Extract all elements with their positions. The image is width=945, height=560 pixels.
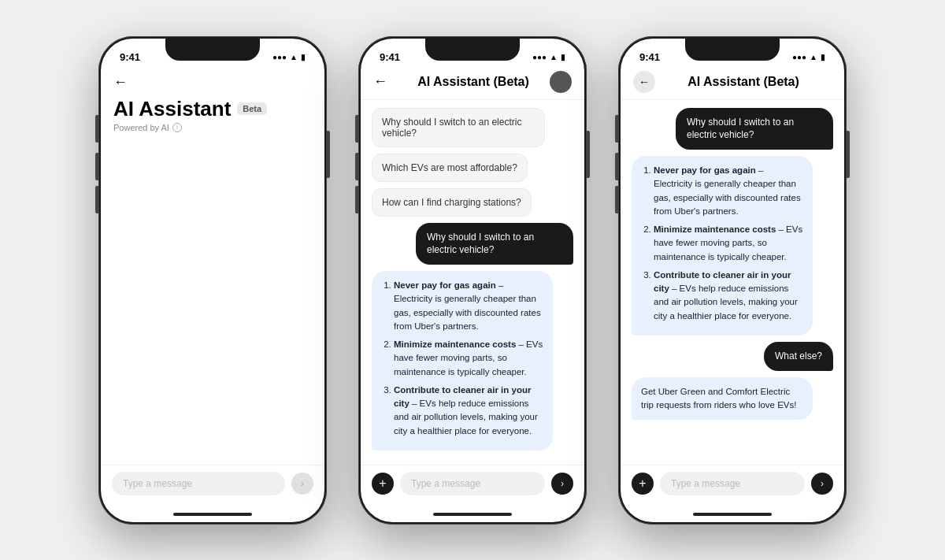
battery-icon-3: ▮ xyxy=(821,53,825,61)
phone-1-screen: 9:41 ●●● ▲ ▮ ← AI Assistant Beta Powered… xyxy=(101,39,324,522)
chat-area-3[interactable]: Why should I switch to an electric vehic… xyxy=(621,100,844,465)
status-icons-2: ●●● ▲ ▮ xyxy=(532,53,565,61)
status-icons-1: ●●● ▲ ▮ xyxy=(272,53,306,61)
phone-2-screen: 9:41 ●●● ▲ ▮ ← AI Assistant (Beta) Why s… xyxy=(361,39,584,522)
back-button-3[interactable]: ← xyxy=(633,71,655,93)
status-bar-2: 9:41 ●●● ▲ ▮ xyxy=(361,42,584,66)
back-button-2[interactable]: ← xyxy=(373,73,387,90)
chat-bottom-1: Type a message › xyxy=(101,465,324,506)
screen1-title: AI Assistant Beta xyxy=(113,97,312,121)
ai-message-3b: Get Uber Green and Comfort Electric trip… xyxy=(632,377,813,421)
chat-area-2[interactable]: Why should I switch to an electric vehic… xyxy=(361,100,584,465)
signal-icon-3: ●●● xyxy=(792,53,806,61)
powered-by-label: Powered by AI i xyxy=(113,123,312,132)
phones-container: 9:41 ●●● ▲ ▮ ← AI Assistant Beta Powered… xyxy=(83,20,862,540)
message-input-2[interactable]: Type a message xyxy=(400,472,545,495)
send-button-2[interactable]: › xyxy=(551,473,573,495)
message-input-3[interactable]: Type a message xyxy=(660,472,805,495)
info-icon-1[interactable]: i xyxy=(172,123,182,132)
wifi-icon-1: ▲ xyxy=(290,53,298,61)
status-icons-3: ●●● ▲ ▮ xyxy=(792,53,825,61)
ai-message-3: Never pay for gas again – Electricity is… xyxy=(632,156,813,336)
suggestion-chip-1[interactable]: Why should I switch to an electric vehic… xyxy=(372,108,545,147)
home-indicator-3 xyxy=(621,506,844,522)
phone-3-screen: 9:41 ●●● ▲ ▮ ← AI Assistant (Beta) Why s… xyxy=(621,39,844,522)
ai-item-3-body-3: – EVs help reduce emissions and air poll… xyxy=(654,284,798,321)
status-time-3: 9:41 xyxy=(639,51,660,63)
header-title-2: AI Assistant (Beta) xyxy=(397,75,550,89)
phone-2: 9:41 ●●● ▲ ▮ ← AI Assistant (Beta) Why s… xyxy=(358,36,587,525)
screen1-header: ← AI Assistant Beta Powered by AI i xyxy=(101,66,324,139)
home-bar-1 xyxy=(173,513,252,516)
home-indicator-1 xyxy=(101,506,324,522)
chat-bottom-3: + Type a message › xyxy=(621,465,844,506)
wifi-icon-3: ▲ xyxy=(810,53,817,61)
app-title-1: AI Assistant xyxy=(113,97,231,121)
ai-item-3-title-2: Minimize maintenance costs xyxy=(654,224,776,234)
app-header-2: ← AI Assistant (Beta) xyxy=(361,66,584,100)
status-time-2: 9:41 xyxy=(380,51,400,63)
home-bar-3 xyxy=(693,513,772,516)
status-bar-3: 9:41 ●●● ▲ ▮ xyxy=(621,42,844,66)
ai-item-title-2: Minimize maintenance costs xyxy=(394,339,516,349)
battery-icon-2: ▮ xyxy=(561,53,565,61)
send-button-1[interactable]: › xyxy=(291,473,313,495)
message-input-1[interactable]: Type a message xyxy=(112,472,285,495)
send-button-3[interactable]: › xyxy=(811,473,833,495)
chat-bottom-2: + Type a message › xyxy=(361,465,584,506)
battery-icon-1: ▮ xyxy=(301,53,306,61)
user-message-2: Why should I switch to an electric vehic… xyxy=(416,223,573,265)
suggestion-chip-2[interactable]: Which EVs are most affordable? xyxy=(372,154,528,182)
phone-1: 9:41 ●●● ▲ ▮ ← AI Assistant Beta Powered… xyxy=(98,36,327,525)
status-time-1: 9:41 xyxy=(120,51,140,63)
app-header-3: ← AI Assistant (Beta) xyxy=(621,66,844,100)
back-button-1[interactable]: ← xyxy=(113,74,128,90)
home-indicator-2 xyxy=(361,506,584,522)
add-button-2[interactable]: + xyxy=(372,473,394,495)
suggestion-chip-3[interactable]: How can I find charging stations? xyxy=(372,188,532,217)
signal-icon-2: ●●● xyxy=(532,53,547,61)
home-bar-2 xyxy=(433,513,512,516)
signal-icon-1: ●●● xyxy=(272,53,287,61)
phone-3: 9:41 ●●● ▲ ▮ ← AI Assistant (Beta) Why s… xyxy=(618,36,847,525)
user-message-3a: Why should I switch to an electric vehic… xyxy=(676,108,833,150)
wifi-icon-2: ▲ xyxy=(550,53,558,61)
ai-message-2: Never pay for gas again – Electricity is… xyxy=(372,271,553,451)
empty-chat-area xyxy=(101,139,324,465)
ai-item-title-1: Never pay for gas again xyxy=(394,280,496,290)
status-bar-1: 9:41 ●●● ▲ ▮ xyxy=(101,42,324,66)
beta-badge-1: Beta xyxy=(237,102,267,115)
ai-item-3-title-1: Never pay for gas again xyxy=(654,165,756,175)
user-message-3b: What else? xyxy=(764,342,833,371)
avatar-2 xyxy=(550,71,572,93)
add-button-3[interactable]: + xyxy=(632,473,654,495)
ai-item-body-3: – EVs help reduce emissions and air poll… xyxy=(394,399,538,436)
header-title-3: AI Assistant (Beta) xyxy=(655,75,832,89)
